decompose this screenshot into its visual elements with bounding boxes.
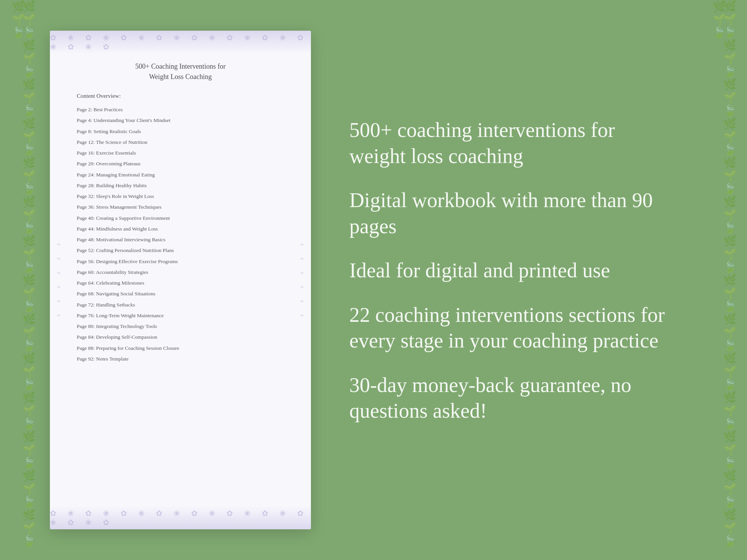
- toc-item: Page 84: Developing Self-Compassion: [77, 332, 284, 342]
- table-of-contents: Page 2: Best PracticesPage 4: Understand…: [77, 105, 284, 364]
- info-text: Ideal for digital and printed use: [349, 258, 676, 284]
- document-left-ornament: ❧ ❧ ❧ ❧ ❧ ❧: [53, 54, 64, 506]
- info-text: 22 coaching interventions sections for e…: [349, 302, 676, 354]
- info-block: 30-day money-back guarantee, no question…: [349, 372, 676, 424]
- info-block: Ideal for digital and printed use: [349, 258, 676, 284]
- toc-item: Page 92: Notes Template: [77, 354, 284, 364]
- toc-item: Page 8: Setting Realistic Goals: [77, 127, 284, 137]
- toc-item: Page 56: Designing Effective Exercise Pr…: [77, 257, 284, 267]
- toc-item: Page 88: Preparing for Coaching Session …: [77, 343, 284, 353]
- document-right-ornament: ❧ ❧ ❧ ❧ ❧ ❧: [296, 54, 308, 506]
- info-block: 500+ coaching interventions for weight l…: [349, 117, 676, 169]
- toc-item: Page 48: Motivational Interviewing Basic…: [77, 235, 284, 245]
- toc-item: Page 12: The Science of Nutrition: [77, 137, 284, 147]
- toc-item: Page 16: Exercise Essentials: [77, 148, 284, 158]
- left-leaf-decoration: 🌿🌱🍃🌿🌱🍃🌿🌱🍃🌿🌱🍃🌿🌱🍃🌿🌱🍃🌿🌱🍃🌿🌱🍃🌿🌱🍃🌿🌱🍃🌿🌱🍃🌿🌱🍃🌿🌱🍃🌿…: [0, 0, 46, 560]
- content-overview-label: Content Overview:: [77, 93, 284, 99]
- info-text: 30-day money-back guarantee, no question…: [349, 372, 676, 424]
- document-bottom-border: ✿ ❀ ✿ ❀ ✿ ❀ ✿ ❀ ✿ ❀ ✿ ❀ ✿ ❀ ✿ ❀ ✿ ❀ ✿: [50, 506, 311, 529]
- toc-item: Page 72: Handling Setbacks: [77, 300, 284, 310]
- toc-item: Page 20: Overcoming Plateaus: [77, 159, 284, 169]
- toc-item: Page 44: Mindfulness and Weight Loss: [77, 224, 284, 234]
- document-panel: ✿ ❀ ✿ ❀ ✿ ❀ ✿ ❀ ✿ ❀ ✿ ❀ ✿ ❀ ✿ ❀ ✿ ❀ ✿ ✿ …: [50, 31, 311, 529]
- info-block: 22 coaching interventions sections for e…: [349, 302, 676, 354]
- toc-item: Page 76: Long-Term Weight Maintenance: [77, 311, 284, 321]
- document-top-border: ✿ ❀ ✿ ❀ ✿ ❀ ✿ ❀ ✿ ❀ ✿ ❀ ✿ ❀ ✿ ❀ ✿ ❀ ✿: [50, 31, 311, 54]
- right-leaf-decoration: 🌿🌱🍃🌿🌱🍃🌿🌱🍃🌿🌱🍃🌿🌱🍃🌿🌱🍃🌿🌱🍃🌿🌱🍃🌿🌱🍃🌿🌱🍃🌿🌱🍃🌿🌱🍃🌿🌱🍃🌿…: [701, 0, 747, 560]
- info-text: Digital workbook with more than 90 pages: [349, 188, 676, 239]
- info-panel: 500+ coaching interventions for weight l…: [334, 0, 699, 560]
- toc-item: Page 32: Sleep's Role in Weight Loss: [77, 191, 284, 201]
- toc-item: Page 28: Building Healthy Habits: [77, 181, 284, 191]
- toc-item: Page 52: Crafting Personalized Nutrition…: [77, 245, 284, 255]
- toc-item: Page 36: Stress Management Techniques: [77, 202, 284, 212]
- document-title: 500+ Coaching Interventions for Weight L…: [77, 61, 284, 82]
- info-text: 500+ coaching interventions for weight l…: [349, 117, 676, 169]
- toc-item: Page 2: Best Practices: [77, 105, 284, 115]
- toc-item: Page 40: Creating a Supportive Environme…: [77, 213, 284, 223]
- toc-item: Page 68: Navigating Social Situations: [77, 289, 284, 299]
- toc-item: Page 80: Integrating Technology Tools: [77, 321, 284, 331]
- toc-item: Page 4: Understanding Your Client's Mind…: [77, 115, 284, 125]
- toc-item: Page 24: Managing Emotional Eating: [77, 170, 284, 180]
- toc-item: Page 64: Celebrating Milestones: [77, 278, 284, 288]
- toc-item: Page 60: Accountability Strategies: [77, 267, 284, 277]
- info-block: Digital workbook with more than 90 pages: [349, 188, 676, 239]
